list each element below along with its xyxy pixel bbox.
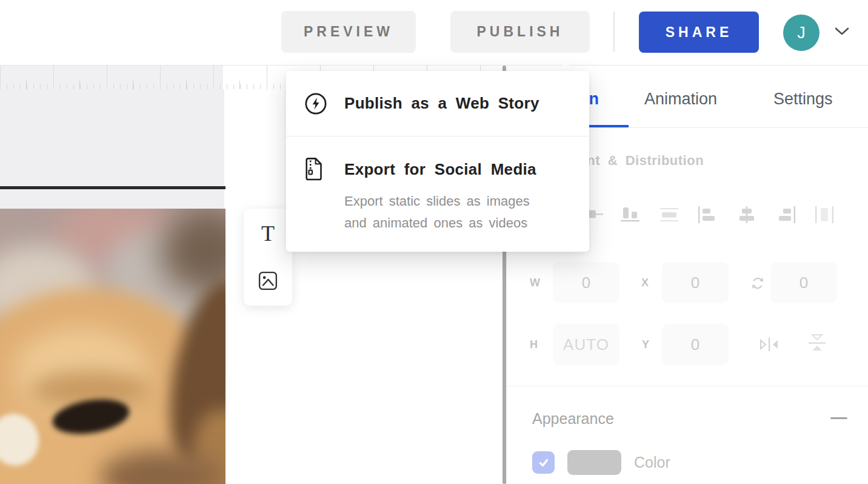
color-swatch[interactable]: [567, 450, 621, 475]
text-tool-button[interactable]: T: [244, 212, 292, 255]
height-input[interactable]: AUTO: [553, 324, 619, 365]
top-bar: PREVIEW PUBLISH SHARE J: [0, 0, 868, 66]
preview-button[interactable]: PREVIEW: [281, 11, 416, 53]
menu-item-title: Export for Social Media: [344, 160, 536, 179]
collapse-section-button[interactable]: [830, 417, 847, 419]
align-right-icon: [776, 206, 795, 223]
zip-file-icon: [304, 157, 324, 181]
menu-item-description-line1: Export static slides as images: [344, 192, 575, 210]
width-label: W: [530, 277, 540, 289]
section-divider: [507, 386, 868, 386]
tab-animation[interactable]: Animation: [644, 90, 717, 109]
lightning-circle-icon: [304, 92, 327, 115]
y-label: Y: [642, 338, 649, 351]
distribute-vertical-icon: [659, 207, 679, 223]
appearance-section-title: Appearance: [532, 410, 614, 428]
y-input[interactable]: 0: [662, 324, 729, 365]
top-bar-divider: [613, 12, 615, 52]
flip-vertical-icon: [806, 333, 829, 354]
flip-horizontal-icon: [758, 337, 781, 352]
account-menu-button[interactable]: [834, 27, 850, 36]
align-left-icon: [698, 206, 718, 223]
text-tool-icon: T: [261, 221, 275, 246]
x-label: X: [641, 277, 649, 289]
color-enabled-checkbox[interactable]: [532, 451, 555, 474]
image-icon: [258, 271, 278, 291]
menu-item-publish-web-story[interactable]: Publish as a Web Story: [286, 71, 589, 136]
flip-vertical-button[interactable]: [805, 332, 829, 354]
quick-tools-card: T: [244, 209, 292, 306]
width-input[interactable]: 0: [553, 262, 619, 303]
distribute-horizontal-button[interactable]: [812, 203, 836, 227]
align-left-button[interactable]: [696, 203, 720, 227]
align-bottom-button[interactable]: [618, 203, 643, 227]
rotation-input[interactable]: 0: [770, 262, 837, 303]
share-button[interactable]: SHARE: [639, 12, 759, 53]
x-input[interactable]: 0: [662, 262, 729, 303]
height-label: H: [530, 338, 538, 351]
align-center-horizontal-icon: [737, 206, 756, 223]
tab-settings[interactable]: Settings: [773, 90, 833, 109]
color-label: Color: [634, 454, 670, 471]
menu-item-description-line2: and animated ones as videos: [344, 214, 575, 232]
align-right-button[interactable]: [773, 203, 798, 227]
story-editor-window: T Design Animation Settings Alignment & …: [0, 0, 868, 484]
flip-horizontal-button[interactable]: [758, 336, 781, 353]
menu-item-export-social-media[interactable]: Export for Social Media Export static sl…: [286, 136, 589, 252]
chevron-down-icon: [834, 27, 850, 36]
distribute-vertical-button[interactable]: [657, 203, 681, 227]
align-bottom-icon: [619, 207, 641, 223]
avatar[interactable]: J: [783, 15, 820, 51]
align-center-horizontal-button[interactable]: [735, 203, 759, 227]
menu-item-title: Publish as a Web Story: [344, 94, 539, 113]
line-element[interactable]: [0, 186, 225, 189]
dog-image-element[interactable]: [0, 209, 225, 484]
rotate-button[interactable]: [749, 275, 766, 292]
image-tool-button[interactable]: [244, 260, 292, 302]
rotate-icon: [750, 275, 766, 291]
publish-button[interactable]: PUBLISH: [450, 11, 590, 53]
checkmark-icon: [536, 455, 551, 470]
publish-menu: Publish as a Web Story Export for Social…: [286, 71, 589, 252]
distribute-horizontal-icon: [815, 206, 833, 223]
